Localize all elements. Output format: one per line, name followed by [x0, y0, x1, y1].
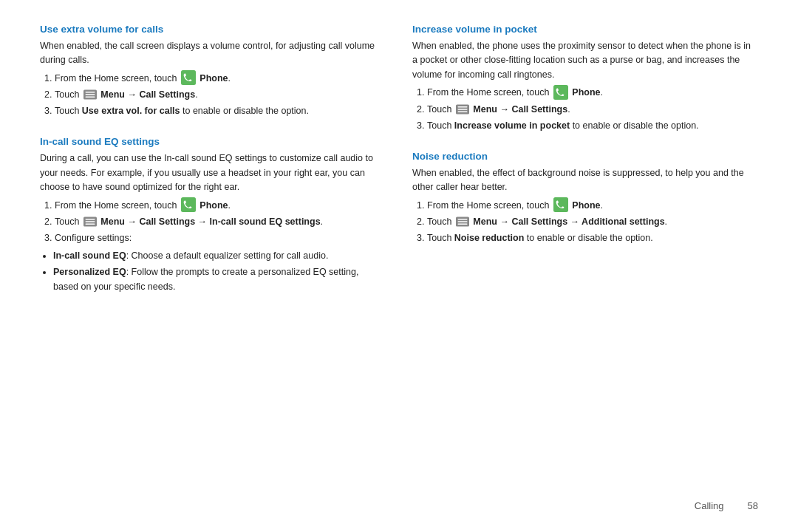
incall-eq-steps: From the Home screen, touch Phone. Touch: [55, 198, 386, 246]
right-column: Increase volume in pocket When enabled, …: [412, 24, 758, 494]
phone-icon: [181, 197, 196, 212]
section-body-increase-volume-pocket: When enabled, the phone uses the proximi…: [412, 39, 758, 82]
svg-rect-15: [553, 197, 568, 212]
section-title-increase-volume-pocket: Increase volume in pocket: [412, 24, 758, 35]
svg-rect-3: [85, 94, 95, 95]
section-use-extra-volume: Use extra volume for calls When enabled,…: [40, 24, 386, 121]
section-title-incall-eq: In-call sound EQ settings: [40, 136, 386, 147]
list-item: From the Home screen, touch Phone.: [55, 198, 386, 214]
list-item: Touch Noise reduction to enable or disab…: [427, 231, 758, 245]
menu-icon: [83, 216, 97, 227]
section-body-use-extra-volume: When enabled, the call screen displays a…: [40, 39, 386, 68]
menu-icon: [83, 89, 97, 100]
menu-icon: [456, 216, 469, 227]
list-item: Touch Menu → Call Settings → Additional …: [427, 214, 758, 229]
section-incall-eq: In-call sound EQ settings During a call,…: [40, 136, 386, 297]
list-item: From the Home screen, touch Phone.: [55, 71, 386, 86]
list-item: From the Home screen, touch Phone.: [427, 85, 758, 100]
list-item: Touch Increase volume in pocket to enabl…: [427, 118, 758, 133]
use-extra-volume-steps: From the Home screen, touch Phone. Touch: [55, 71, 386, 119]
incall-eq-bullets: In-call sound EQ: Choose a default equal…: [53, 248, 386, 294]
svg-rect-19: [457, 223, 467, 225]
svg-rect-4: [85, 97, 95, 98]
list-item: Touch Menu → Call Settings.: [55, 87, 386, 102]
footer-page-number: 58: [748, 500, 758, 511]
list-item: Touch Menu → Call Settings.: [427, 102, 758, 117]
phone-icon: [553, 85, 568, 100]
svg-rect-18: [457, 221, 467, 222]
svg-rect-13: [457, 109, 467, 110]
increase-volume-pocket-steps: From the Home screen, touch Phone. Touch: [427, 85, 758, 133]
page: Use extra volume for calls When enabled,…: [0, 0, 798, 532]
svg-rect-8: [85, 221, 95, 222]
section-noise-reduction: Noise reduction When enabled, the effect…: [412, 151, 758, 248]
svg-rect-2: [85, 92, 95, 93]
noise-reduction-steps: From the Home screen, touch Phone. Touch: [427, 198, 758, 246]
phone-icon: [553, 197, 568, 212]
list-item: Touch Menu → Call Settings → In-call sou…: [55, 214, 386, 229]
svg-rect-10: [553, 85, 568, 100]
section-body-noise-reduction: When enabled, the effect of background n…: [412, 166, 758, 195]
svg-rect-17: [457, 219, 467, 220]
list-item: Touch Use extra vol. for calls to enable…: [55, 103, 386, 118]
list-item: Personalized EQ: Follow the prompts to c…: [53, 265, 386, 294]
phone-icon: [181, 70, 196, 85]
list-item: Configure settings:: [55, 231, 386, 245]
footer-label: Calling: [695, 500, 724, 511]
svg-rect-12: [457, 106, 467, 107]
content-area: Use extra volume for calls When enabled,…: [40, 24, 758, 494]
svg-rect-5: [181, 197, 196, 212]
left-column: Use extra volume for calls When enabled,…: [40, 24, 386, 494]
section-title-noise-reduction: Noise reduction: [412, 151, 758, 162]
section-body-incall-eq: During a call, you can use the In-call s…: [40, 151, 386, 194]
svg-rect-9: [85, 223, 95, 225]
section-increase-volume-pocket: Increase volume in pocket When enabled, …: [412, 24, 758, 136]
svg-rect-0: [181, 70, 196, 85]
section-title-use-extra-volume: Use extra volume for calls: [40, 24, 386, 35]
list-item: From the Home screen, touch Phone.: [427, 198, 758, 214]
svg-rect-7: [85, 219, 95, 220]
footer: Calling 58: [40, 494, 758, 511]
list-item: In-call sound EQ: Choose a default equal…: [53, 248, 386, 263]
menu-icon: [456, 104, 469, 115]
svg-rect-14: [457, 111, 467, 112]
